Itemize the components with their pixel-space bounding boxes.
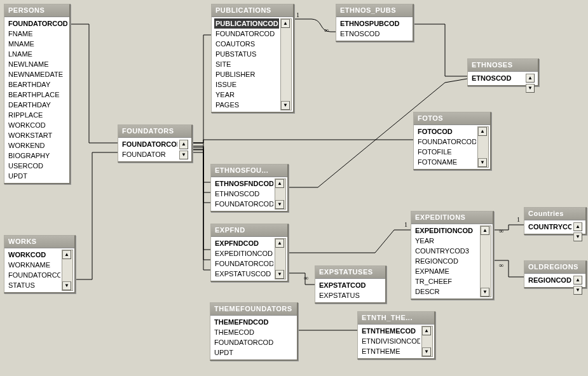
scrollbar[interactable]: ▲ ▼ [526, 74, 536, 83]
field[interactable]: USERCOD [7, 161, 67, 171]
field-pk[interactable]: REGIONCOD [527, 275, 571, 285]
field[interactable]: EXPSTATUS [318, 290, 383, 300]
scroll-up-icon[interactable]: ▲ [573, 222, 582, 231]
field-pk[interactable]: ETHNOSPUBCOD [339, 18, 411, 29]
field[interactable]: FNAME [7, 29, 67, 39]
field[interactable]: PUBLISHER [214, 69, 279, 79]
table-expstatuses[interactable]: EXPSTATUSES EXPSTATCOD EXPSTATUS [315, 265, 386, 304]
field[interactable]: WORKCOD [7, 120, 67, 130]
field[interactable]: UPDT [213, 347, 295, 358]
field-pk[interactable]: COUNTRYCOD3 [527, 222, 571, 232]
field[interactable]: BIOGRAPHY [7, 151, 67, 161]
scrollbar[interactable]: ▲ ▼ [62, 250, 73, 291]
scrollbar[interactable]: ▲ ▼ [573, 276, 584, 285]
field[interactable]: THEMECOD [213, 327, 295, 337]
table-ethnoses[interactable]: ETHNOSES ETNOSCOD ▲ ▼ [467, 58, 539, 86]
scrollbar[interactable]: ▲ ▼ [275, 238, 286, 279]
field-pk[interactable]: ETNTHEMECOD [360, 326, 420, 336]
field[interactable]: FOUNDATORCOD [416, 137, 476, 147]
scroll-down-icon[interactable]: ▼ [478, 158, 487, 167]
field[interactable]: BEARTHPLACE [7, 90, 67, 100]
table-oldregions[interactable]: OLDREGIONS REGIONCOD ▲ ▼ [524, 260, 587, 288]
table-ethnos-pubs[interactable]: ETHNOS_PUBS ETHNOSPUBCOD ETNOSCOD [336, 4, 414, 42]
field-pk[interactable]: EXPSTATCOD [318, 280, 383, 290]
scroll-down-icon[interactable]: ▼ [526, 84, 535, 93]
scrollbar[interactable]: ▲ ▼ [480, 225, 491, 297]
field[interactable]: DEARTHDAY [7, 100, 67, 110]
field-pk[interactable]: PUBLICATIONCOD [214, 18, 279, 29]
scroll-up-icon[interactable]: ▲ [275, 239, 284, 248]
scrollbar[interactable]: ▲ ▼ [275, 178, 286, 210]
field[interactable]: WORKEND [7, 140, 67, 151]
field-pk[interactable]: EXPFNDCOD [214, 238, 273, 248]
field[interactable]: YEAR [414, 236, 479, 246]
field-pk[interactable]: WORKCOD [7, 250, 60, 260]
table-expfnd[interactable]: EXPFND EXPFNDCOD EXPEDITIONCOD FOUNDATOR… [210, 224, 289, 282]
scrollbar[interactable]: ▲ ▼ [477, 126, 489, 168]
table-expeditions[interactable]: EXPEDITIONS EXPEDITIONCOD YEAR COUNTRYCO… [411, 211, 494, 300]
field[interactable]: ISSUE [214, 79, 279, 90]
field[interactable]: BEARTHDAY [7, 79, 67, 90]
field-pk[interactable]: EXPEDITIONCOD [414, 225, 479, 236]
field[interactable]: ETNDIVISIONCOD [360, 336, 420, 346]
scroll-down-icon[interactable]: ▼ [179, 151, 188, 160]
scroll-up-icon[interactable]: ▲ [179, 140, 188, 149]
field-pk[interactable]: FOUNDATORCOD [7, 18, 67, 29]
scroll-up-icon[interactable]: ▲ [275, 179, 284, 188]
scroll-down-icon[interactable]: ▼ [275, 200, 284, 209]
field[interactable]: PUBSTATUS [214, 49, 279, 59]
field-pk[interactable]: THEMEFNDCOD [213, 317, 295, 327]
field[interactable]: ETNOSCOD [339, 29, 411, 39]
field[interactable]: FOTONAME [416, 157, 476, 167]
scrollbar[interactable]: ▲ ▼ [280, 18, 292, 111]
table-persons[interactable]: PERSONS FOUNDATORCOD FNAME MNAME LNAME N… [4, 4, 71, 184]
field[interactable]: DESCR [414, 286, 479, 297]
scroll-up-icon[interactable]: ▲ [526, 74, 535, 83]
field[interactable]: ETNTHEME [360, 346, 420, 356]
field[interactable]: FOTOFILE [416, 147, 476, 157]
field[interactable]: FOUNDATOR [121, 149, 177, 159]
scrollbar[interactable]: ▲ ▼ [421, 326, 433, 357]
scroll-down-icon[interactable]: ▼ [573, 286, 582, 295]
scroll-up-icon[interactable]: ▲ [62, 250, 71, 259]
scroll-down-icon[interactable]: ▼ [573, 232, 582, 241]
table-ethnosfou[interactable]: ETHNOSFOU... ETHNOSFNDCOD ETHNOSCOD FOUN… [210, 164, 289, 212]
field[interactable]: FOUNDATORCOD [213, 337, 295, 347]
scrollbar[interactable]: ▲ ▼ [179, 140, 189, 159]
field[interactable]: ETHNOSCOD [214, 189, 273, 199]
field[interactable]: FOUNDATORCOD [7, 270, 60, 280]
field[interactable]: COUNTRYCOD3 [414, 246, 479, 256]
field[interactable]: FOUNDATORCOD [214, 199, 273, 209]
table-themefoundators[interactable]: THEMEFOUNDATORS THEMEFNDCOD THEMECOD FOU… [210, 302, 298, 361]
scroll-down-icon[interactable]: ▼ [481, 288, 489, 297]
table-works[interactable]: WORKS WORKCOD WORKNAME FOUNDATORCOD STAT… [4, 235, 76, 293]
field[interactable]: PAGES [214, 100, 279, 110]
table-etnth-the[interactable]: ETNTH_THE... ETNTHEMECOD ETNDIVISIONCOD … [357, 311, 435, 359]
scroll-up-icon[interactable]: ▲ [573, 276, 582, 285]
scroll-down-icon[interactable]: ▼ [281, 101, 290, 110]
scroll-up-icon[interactable]: ▲ [281, 19, 290, 28]
field[interactable]: TR_CHEEF [414, 276, 479, 286]
field[interactable]: YEAR [214, 90, 279, 100]
field[interactable]: COAUTORS [214, 39, 279, 49]
field[interactable]: STATUS [7, 280, 60, 290]
field[interactable]: WORKSTART [7, 130, 67, 140]
field[interactable]: REGIONCOD [414, 256, 479, 266]
field[interactable]: FOUNDATORCOD [214, 258, 273, 269]
field[interactable]: UPDT [7, 171, 67, 181]
scroll-down-icon[interactable]: ▼ [275, 270, 284, 279]
field-pk[interactable]: ETNOSCOD [470, 73, 524, 83]
field[interactable]: RIPPLACE [7, 110, 67, 120]
field[interactable]: EXPSTATUSCOD [214, 269, 273, 279]
field[interactable]: LNAME [7, 49, 67, 59]
field-pk[interactable]: FOTOCOD [416, 126, 476, 137]
table-foundators[interactable]: FOUNDATORS FOUNDATORCOD FOUNDATOR ▲ ▼ [118, 124, 193, 163]
field[interactable]: NEWLNAME [7, 59, 67, 69]
scroll-down-icon[interactable]: ▼ [62, 281, 71, 290]
table-fotos[interactable]: FOTOS FOTOCOD FOUNDATORCOD FOTOFILE FOTO… [413, 112, 491, 170]
table-countries[interactable]: Countries COUNTRYCOD3 ▲ ▼ [524, 207, 587, 235]
scrollbar[interactable]: ▲ ▼ [573, 222, 584, 232]
field-pk[interactable]: FOUNDATORCOD [121, 139, 177, 149]
field[interactable]: WORKNAME [7, 260, 60, 270]
field[interactable]: MNAME [7, 39, 67, 49]
